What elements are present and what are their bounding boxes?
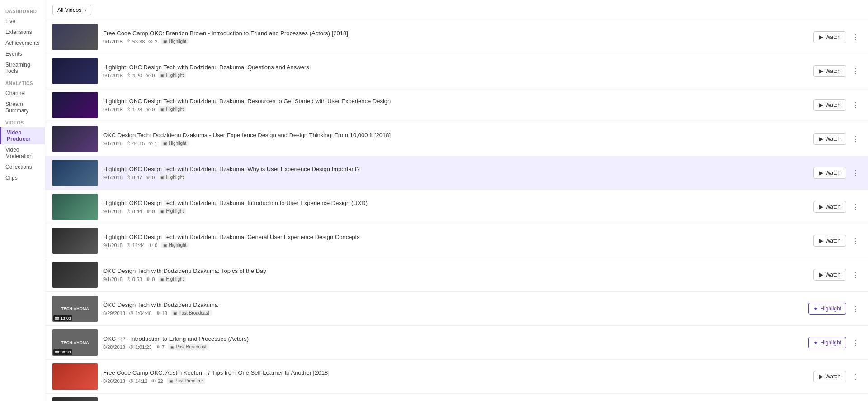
video-date: 8/26/2018 bbox=[103, 378, 125, 384]
play-icon: ▶ bbox=[819, 34, 823, 40]
highlight-star-icon: ★ bbox=[813, 339, 818, 346]
watch-button[interactable]: ▶ Watch bbox=[813, 99, 846, 111]
more-options-button[interactable]: ⋮ bbox=[850, 134, 861, 144]
watch-label: Watch bbox=[825, 204, 840, 210]
watch-label: Watch bbox=[825, 34, 840, 40]
video-title: Highlight: OKC Design Tech with Dodziden… bbox=[103, 166, 808, 172]
video-title: Highlight: OKC Design Tech with Dodziden… bbox=[103, 200, 808, 206]
analytics-section-label: ANALYTICS bbox=[0, 76, 45, 88]
video-thumbnail bbox=[52, 397, 98, 401]
video-views: 👁 0 bbox=[146, 175, 155, 180]
video-actions: ▶ Watch ⋮ bbox=[813, 201, 861, 213]
video-thumbnail bbox=[52, 126, 98, 152]
sidebar-item-video-producer[interactable]: Video Producer bbox=[0, 127, 45, 144]
more-options-button[interactable]: ⋮ bbox=[850, 32, 861, 43]
video-tag-badge: ▣ Highlight bbox=[161, 140, 189, 146]
watch-button[interactable]: ▶ Watch bbox=[813, 235, 846, 247]
eye-icon: 👁 bbox=[156, 344, 160, 350]
more-options-button[interactable]: ⋮ bbox=[850, 66, 861, 76]
all-videos-filter[interactable]: All Videos ▾ bbox=[52, 5, 91, 15]
more-options-button[interactable]: ⋮ bbox=[850, 235, 861, 246]
video-thumbnail: TECH:AHOMA 00:13:03 bbox=[52, 296, 98, 322]
watch-button[interactable]: ▶ Watch bbox=[813, 31, 846, 43]
watch-button[interactable]: ▶ Watch bbox=[813, 167, 846, 179]
video-thumbnail bbox=[52, 194, 98, 220]
eye-icon: 👁 bbox=[148, 39, 153, 44]
video-row: Highlight: OKC Design Tech with Dodziden… bbox=[45, 88, 868, 122]
highlight-button[interactable]: ★ Highlight bbox=[808, 303, 846, 315]
video-date: 9/1/2018 bbox=[103, 277, 123, 282]
video-meta: 9/1/2018 ⏱ 53:38 👁 2 ▣ Highlight bbox=[103, 38, 808, 44]
video-row: OKC Design Tech: Dodzidenu Dzakuma - Use… bbox=[45, 122, 868, 156]
tag-icon: ▣ bbox=[169, 379, 173, 383]
sidebar-item-clips[interactable]: Clips bbox=[0, 172, 45, 183]
more-options-button[interactable]: ⋮ bbox=[850, 371, 861, 382]
tag-icon: ▣ bbox=[163, 39, 167, 44]
eye-icon: 👁 bbox=[148, 243, 153, 248]
watch-label: Watch bbox=[825, 68, 840, 74]
video-meta: 9/1/2018 ⏱ 8:44 👁 0 ▣ Highlight bbox=[103, 208, 808, 214]
sidebar-item-streaming-tools[interactable]: Streaming Tools bbox=[0, 59, 45, 76]
eye-icon: 👁 bbox=[151, 378, 156, 384]
video-row: Free Code Camp OKC: Brandon Brown - Intr… bbox=[45, 20, 868, 54]
more-options-button[interactable]: ⋮ bbox=[850, 269, 861, 280]
play-icon: ▶ bbox=[819, 136, 823, 142]
watch-label: Watch bbox=[825, 170, 840, 176]
video-duration: ⏱ 8:44 bbox=[126, 209, 142, 214]
video-title: OKC Design Tech: Dodzidenu Dzakuma - Use… bbox=[103, 132, 808, 138]
video-views: 👁 0 bbox=[148, 243, 157, 248]
video-views: 👁 0 bbox=[146, 209, 155, 214]
video-tag-label: Highlight bbox=[169, 39, 186, 44]
watch-button[interactable]: ▶ Watch bbox=[813, 133, 846, 145]
video-duration: ⏱ 0:53 bbox=[126, 277, 142, 282]
video-thumbnail bbox=[52, 228, 98, 254]
video-info: OKC Design Tech with Dodzidenu Dzakuma 8… bbox=[98, 301, 808, 316]
sidebar-item-extensions[interactable]: Extensions bbox=[0, 27, 45, 38]
video-info: OKC Design Tech: Dodzidenu Dzakuma - Use… bbox=[98, 132, 813, 146]
video-date: 9/1/2018 bbox=[103, 175, 123, 180]
video-actions: ▶ Watch ⋮ bbox=[813, 269, 861, 281]
watch-button[interactable]: ▶ Watch bbox=[813, 65, 846, 77]
watch-button[interactable]: ▶ Watch bbox=[813, 371, 846, 382]
sidebar-item-channel[interactable]: Channel bbox=[0, 88, 45, 99]
more-options-button[interactable]: ⋮ bbox=[850, 100, 861, 110]
video-meta: 8/26/2018 ⏱ 14:12 👁 22 ▣ Past Premiere bbox=[103, 378, 808, 384]
sidebar-item-stream-summary[interactable]: Stream Summary bbox=[0, 99, 45, 116]
more-options-button[interactable]: ⋮ bbox=[850, 303, 861, 314]
video-duration: ⏱ 1:28 bbox=[126, 107, 142, 112]
video-row: Highlight: OKC Design Tech with Dodziden… bbox=[45, 224, 868, 258]
video-meta: 8/28/2018 ⏱ 1:01:23 👁 7 ▣ Past Broadcast bbox=[103, 344, 803, 350]
more-options-button[interactable]: ⋮ bbox=[850, 167, 861, 178]
video-duration-overlay: 00:00:33 bbox=[53, 349, 72, 355]
sidebar-item-collections[interactable]: Collections bbox=[0, 162, 45, 172]
filter-label: All Videos bbox=[57, 7, 81, 13]
watch-button[interactable]: ▶ Watch bbox=[813, 269, 846, 281]
sidebar: DASHBOARD Live Extensions Achievements E… bbox=[0, 0, 45, 401]
play-icon: ▶ bbox=[819, 373, 823, 380]
watch-button[interactable]: ▶ Watch bbox=[813, 201, 846, 213]
play-icon: ▶ bbox=[819, 272, 823, 278]
clock-icon: ⏱ bbox=[126, 39, 131, 44]
sidebar-item-video-moderation[interactable]: Video Moderation bbox=[0, 144, 45, 162]
eye-icon: 👁 bbox=[148, 141, 153, 146]
video-duration: ⏱ 1:04:48 bbox=[129, 310, 152, 316]
highlight-button[interactable]: ★ Highlight bbox=[808, 337, 846, 348]
video-title: Highlight: OKC Design Tech with Dodziden… bbox=[103, 98, 808, 105]
tag-icon: ▣ bbox=[160, 73, 165, 78]
video-info: Highlight: OKC Design Tech with Dodziden… bbox=[98, 200, 813, 214]
sidebar-item-events[interactable]: Events bbox=[0, 48, 45, 59]
more-options-button[interactable]: ⋮ bbox=[850, 337, 861, 348]
sidebar-item-achievements[interactable]: Achievements bbox=[0, 38, 45, 48]
video-title: Free Code Camp OKC: Brandon Brown - Intr… bbox=[103, 30, 808, 37]
video-row: Free Code Camp OKC: Austin Keeton - 7 Ti… bbox=[45, 360, 868, 394]
video-views: 👁 0 bbox=[146, 73, 155, 78]
video-actions: ▶ Watch ⋮ bbox=[813, 167, 861, 179]
video-meta: 9/1/2018 ⏱ 8:47 👁 0 ▣ Highlight bbox=[103, 174, 808, 180]
more-options-button[interactable]: ⋮ bbox=[850, 201, 861, 212]
video-actions: ▶ Watch ⋮ bbox=[813, 65, 861, 77]
eye-icon: 👁 bbox=[146, 209, 151, 214]
video-tag-badge: ▣ Past Broadcast bbox=[171, 310, 212, 316]
sidebar-item-live[interactable]: Live bbox=[0, 16, 45, 27]
video-tag-badge: ▣ Highlight bbox=[158, 208, 186, 214]
tag-icon: ▣ bbox=[170, 345, 175, 349]
